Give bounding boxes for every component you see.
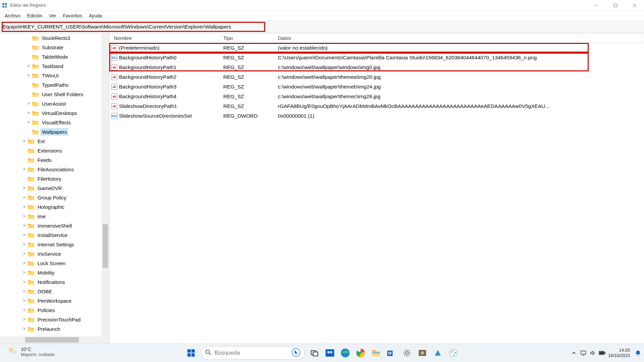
tree-expander[interactable]: > (21, 251, 27, 256)
tree-expander[interactable]: > (25, 64, 32, 68)
tree-node-taskband[interactable]: >Taskband (0, 61, 109, 71)
taskbar-app-settings[interactable] (401, 347, 413, 359)
tree-expander[interactable]: > (21, 139, 27, 143)
tree-expander[interactable]: > (25, 120, 32, 125)
tree-node-twinui[interactable]: >TWinUI (0, 71, 109, 80)
menu-ver[interactable]: Ver (46, 12, 60, 20)
tree-expander[interactable]: > (21, 223, 27, 228)
taskbar-app-store[interactable] (324, 347, 336, 359)
tree-expander[interactable]: > (25, 101, 32, 106)
value-row[interactable]: abBackgroundHistoryPath4REG_SZc:\windows… (109, 92, 644, 101)
tree-node-filehistory[interactable]: FileHistory (0, 174, 109, 183)
tree-expander[interactable]: > (21, 308, 27, 312)
minimize-button[interactable] (587, 0, 606, 10)
menu-ayuda[interactable]: Ayuda (85, 12, 105, 20)
col-header-name[interactable]: Nombre (109, 33, 219, 43)
menu-edicion[interactable]: Edición (24, 12, 46, 20)
taskbar-search[interactable] (201, 346, 305, 360)
tree-expander[interactable]: > (25, 111, 32, 115)
taskbar-clock[interactable]: 14:20 16/10/2023 (608, 348, 630, 359)
taskbar-app-paint[interactable] (448, 347, 459, 359)
menu-favoritos[interactable]: Favoritos (60, 12, 86, 20)
tree-node-substrate[interactable]: Substrate (0, 43, 109, 52)
maximize-button[interactable] (606, 0, 625, 10)
tree-node-feeds[interactable]: Feeds (0, 155, 109, 165)
tree-node-policies[interactable]: >Policies (0, 305, 109, 315)
tree-node-internet-settings[interactable]: >Internet Settings (0, 240, 109, 249)
tree-node-stuckrects3[interactable]: StuckRects3 (0, 33, 109, 43)
close-button[interactable] (625, 0, 644, 10)
tree-expander[interactable]: > (21, 289, 27, 294)
tree-node-prelaunch[interactable]: >Prelaunch (0, 324, 109, 334)
value-row[interactable]: abBackgroundHistoryPath1REG_SZc:\windows… (109, 62, 644, 72)
tree-expander[interactable]: > (21, 195, 27, 200)
value-row[interactable]: abBackgroundHistoryPath3REG_SZc:\windows… (109, 82, 644, 92)
address-input[interactable] (3, 24, 644, 30)
tree-scrollbar-vertical[interactable] (102, 33, 109, 344)
tree-node-visualeffects[interactable]: >VisualEffects (0, 118, 109, 127)
tree-expander[interactable]: > (21, 214, 27, 219)
tree-node-gamedvr[interactable]: >GameDVR (0, 183, 109, 193)
scroll-thumb-h[interactable] (25, 337, 79, 343)
tree-node-ime[interactable]: >ime (0, 212, 109, 221)
tree-expander[interactable]: > (21, 242, 27, 247)
value-row[interactable]: abBackgroundHistoryPath2REG_SZc:\windows… (109, 72, 644, 82)
tray-battery-icon[interactable] (599, 350, 605, 356)
tree-expander[interactable]: > (21, 326, 27, 331)
taskbar-app-edge[interactable] (340, 347, 351, 359)
tree-scrollbar-horizontal[interactable] (0, 336, 102, 344)
tree-expander[interactable]: > (21, 233, 27, 237)
taskbar-app-generic2[interactable] (432, 347, 444, 359)
taskbar-app-explorer[interactable] (370, 347, 382, 359)
tree-node-immersiveshell[interactable]: >ImmersiveShell (0, 221, 109, 230)
bing-chat-icon[interactable] (292, 348, 300, 358)
task-view-icon[interactable] (309, 347, 320, 359)
taskbar-weather[interactable]: 10°C Mayorm. nublado (7, 346, 54, 357)
tree-node-penworkspace[interactable]: >PenWorkspace (0, 296, 109, 305)
tree-expander[interactable]: > (21, 317, 27, 322)
tree-expander[interactable]: > (21, 270, 27, 275)
tree-expander[interactable]: > (21, 167, 27, 172)
col-header-data[interactable]: Datos (273, 33, 644, 43)
value-row[interactable]: ab(Predeterminado)REG_SZ(valor no establ… (109, 43, 644, 53)
tree-node-typedpaths[interactable]: TypedPaths (0, 80, 109, 89)
tree-node-virtualdesktops[interactable]: >VirtualDesktops (0, 108, 109, 118)
tray-monitor-icon[interactable] (580, 350, 587, 356)
tree-node-notifications[interactable]: >Notifications (0, 277, 109, 287)
tray-notifications-icon[interactable] (635, 350, 641, 356)
tree-expander[interactable]: > (21, 298, 27, 303)
tree-node-ext[interactable]: >Ext (0, 136, 109, 146)
tree-node-userassist[interactable]: >UserAssist (0, 99, 109, 108)
tree-expander[interactable]: > (25, 73, 32, 78)
tree-expander[interactable]: > (21, 204, 27, 209)
value-row[interactable]: abSlideshowDirectoryPath1REG_SZrGAFA8BUg… (109, 101, 644, 111)
tree-node-lock-screen[interactable]: >Lock Screen (0, 258, 109, 268)
tree-node-user-shell-folders[interactable]: User Shell Folders (0, 89, 109, 99)
tree-expander[interactable]: > (21, 261, 27, 265)
tree-node-extensions[interactable]: Extensions (0, 146, 109, 155)
tree-node-installservice[interactable]: >InstallService (0, 230, 109, 240)
tree-node-oobe[interactable]: >OOBE (0, 287, 109, 296)
taskbar-app-generic1[interactable] (417, 347, 428, 359)
value-row[interactable]: 011SlideshowSourceDirectoriesSetREG_DWOR… (109, 111, 644, 121)
taskbar-app-chrome[interactable] (355, 347, 366, 359)
tree-node-fileassociations[interactable]: >FileAssociations (0, 165, 109, 174)
start-button[interactable] (185, 347, 197, 359)
taskbar-app-word[interactable]: W (386, 347, 397, 359)
value-row[interactable]: 011BackgroundHistoryPath0REG_SZC:\Users\… (109, 53, 644, 62)
tree-node-precisiontouchpad[interactable]: >PrecisionTouchPad (0, 315, 109, 324)
tree-node-mobility[interactable]: >Mobility (0, 268, 109, 277)
tree-node-group-policy[interactable]: >Group Policy (0, 193, 109, 202)
tree-node-wallpapers[interactable]: Wallpapers (0, 127, 109, 136)
tree-node-irisservice[interactable]: >IrisService (0, 249, 109, 258)
taskbar-search-input[interactable] (215, 350, 288, 356)
scroll-thumb[interactable] (103, 224, 108, 268)
tray-volume-icon[interactable] (589, 350, 596, 356)
tree-node-tabletmode[interactable]: TabletMode (0, 52, 109, 61)
tree-expander[interactable]: > (21, 280, 27, 284)
tree-node-holographic[interactable]: >Holographic (0, 202, 109, 212)
tray-chevron-icon[interactable] (571, 350, 577, 356)
menu-archivo[interactable]: Archivo (1, 12, 24, 20)
tree-expander[interactable]: > (21, 186, 27, 190)
col-header-type[interactable]: Tipo (219, 33, 273, 43)
